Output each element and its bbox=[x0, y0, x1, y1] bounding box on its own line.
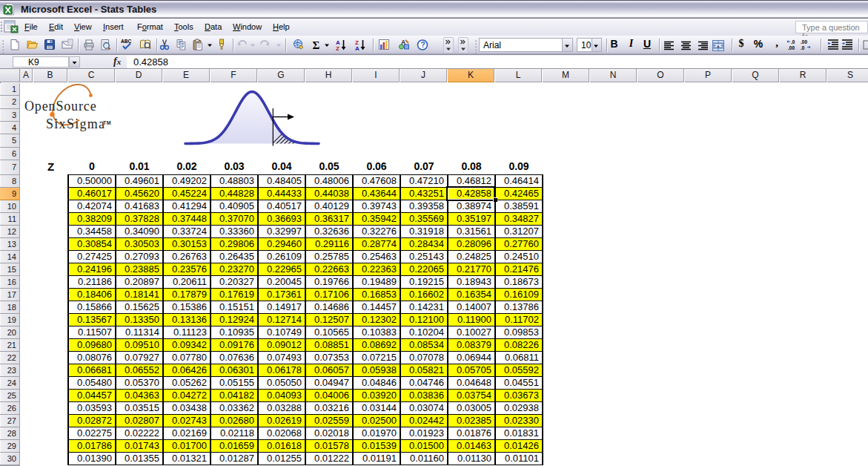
svg-text:.0: .0 bbox=[801, 45, 805, 50]
svg-text:.00: .00 bbox=[801, 39, 807, 45]
svg-text:Z: Z bbox=[336, 45, 339, 51]
svg-text:?: ? bbox=[421, 41, 425, 49]
svg-text:A: A bbox=[401, 39, 405, 46]
svg-text:.0: .0 bbox=[791, 39, 795, 45]
svg-text:A: A bbox=[355, 45, 360, 51]
svg-text:Σ: Σ bbox=[313, 39, 320, 51]
svg-text:.00: .00 bbox=[788, 45, 795, 50]
